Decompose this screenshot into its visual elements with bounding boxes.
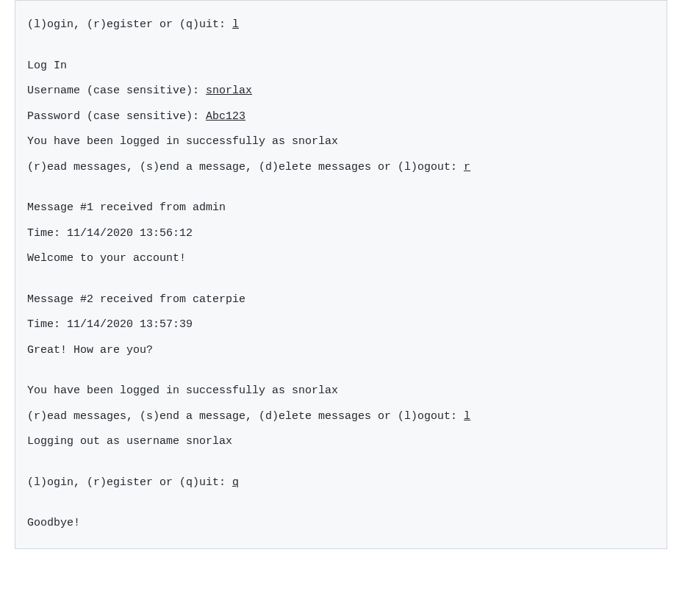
login-header: Log In xyxy=(27,54,655,79)
password-line: Password (case sensitive): Abc123 xyxy=(27,104,655,130)
logout-message: Logging out as username snorlax xyxy=(27,429,655,455)
goodbye-message: Goodbye! xyxy=(27,511,655,537)
message-header: Message #1 received from admin xyxy=(27,196,655,221)
blank-line xyxy=(27,38,655,54)
action-input: l xyxy=(464,410,470,423)
auth-prompt-text: (l)ogin, (r)egister or (q)uit: xyxy=(27,18,232,31)
message-body: Great! How are you? xyxy=(27,338,655,364)
auth-prompt-line: (l)ogin, (r)egister or (q)uit: l xyxy=(27,12,655,38)
username-line: Username (case sensitive): snorlax xyxy=(27,79,655,104)
message-header: Message #2 received from caterpie xyxy=(27,287,655,313)
password-prompt: Password (case sensitive): xyxy=(27,110,206,123)
password-input: Abc123 xyxy=(206,110,245,123)
action-prompt-line: (r)ead messages, (s)end a message, (d)el… xyxy=(27,404,655,430)
auth-input: l xyxy=(232,18,239,31)
login-success: You have been logged in successfully as … xyxy=(27,129,655,155)
login-success: You have been logged in successfully as … xyxy=(27,379,655,404)
blank-line xyxy=(27,180,655,196)
terminal-output: (l)ogin, (r)egister or (q)uit: lLog InUs… xyxy=(15,0,667,549)
auth-prompt-line: (l)ogin, (r)egister or (q)uit: q xyxy=(27,470,655,496)
username-prompt: Username (case sensitive): xyxy=(27,85,206,97)
message-time: Time: 11/14/2020 13:57:39 xyxy=(27,312,655,338)
blank-line xyxy=(27,495,655,511)
username-input: snorlax xyxy=(206,85,252,97)
auth-input: q xyxy=(232,476,239,489)
auth-prompt-text: (l)ogin, (r)egister or (q)uit: xyxy=(27,476,232,489)
action-input: r xyxy=(464,161,470,173)
blank-line xyxy=(27,363,655,379)
message-body: Welcome to your account! xyxy=(27,246,655,272)
action-prompt-text: (r)ead messages, (s)end a message, (d)el… xyxy=(27,410,464,423)
action-prompt-line: (r)ead messages, (s)end a message, (d)el… xyxy=(27,155,655,181)
blank-line xyxy=(27,455,655,470)
action-prompt-text: (r)ead messages, (s)end a message, (d)el… xyxy=(27,161,464,173)
message-time: Time: 11/14/2020 13:56:12 xyxy=(27,221,655,247)
blank-line xyxy=(27,272,655,287)
